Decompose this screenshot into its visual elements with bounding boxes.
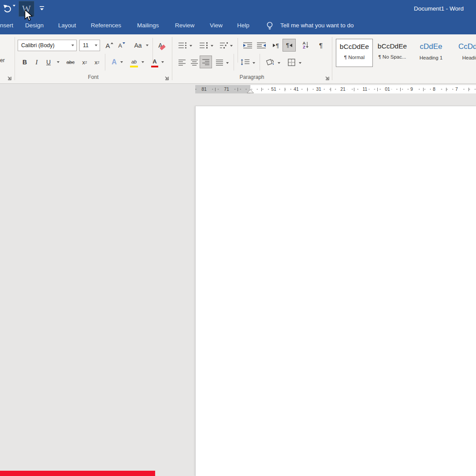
underline-button[interactable]: U (44, 56, 53, 68)
grow-font-glyph: A (105, 42, 110, 49)
ruler-tick (377, 88, 378, 91)
tab-review[interactable]: Review (175, 18, 194, 34)
mouse-cursor (23, 10, 34, 22)
change-case-button[interactable]: Aa (131, 40, 145, 51)
bullets-dropdown-icon[interactable] (188, 40, 193, 52)
tab-mailings[interactable]: Mailings (137, 18, 159, 34)
clipboard-dialog-launcher-icon[interactable] (6, 75, 12, 81)
superscript-button[interactable]: x2 (91, 56, 103, 68)
style-heading1[interactable]: cDdEe Heading 1 (411, 39, 451, 67)
grow-arrow-icon (111, 42, 113, 44)
ruler-number: 9 (409, 86, 414, 92)
style-name: ¶ No Spac... (375, 54, 409, 60)
bold-button[interactable]: B (19, 56, 30, 68)
style-preview: cDdEe (411, 42, 451, 51)
superscript-small-glyph: 2 (97, 60, 99, 64)
shading-button[interactable] (264, 57, 276, 67)
align-left-button[interactable] (177, 57, 187, 67)
font-name-value: Calibri (Body) (21, 42, 55, 48)
ruler-number: 01 (383, 86, 391, 92)
style-normal[interactable]: bCcDdEe ¶ Normal (336, 39, 373, 67)
line-spacing-button[interactable] (239, 57, 251, 67)
italic-glyph: I (36, 59, 38, 66)
pilcrow-glyph: ¶ (319, 41, 323, 49)
text-effects-button[interactable]: A (108, 56, 120, 68)
grow-font-button[interactable]: A (103, 40, 115, 51)
decrease-indent-button[interactable] (242, 40, 253, 51)
tab-view[interactable]: View (210, 18, 223, 34)
highlight-button[interactable]: ab (128, 56, 140, 68)
underline-dropdown-icon[interactable] (56, 56, 61, 68)
change-case-dropdown-icon[interactable] (145, 40, 150, 51)
ltr-text-direction-button[interactable]: ¶ (270, 40, 282, 51)
style-preview: bCcDdEe (336, 43, 372, 51)
font-color-dropdown-icon[interactable] (160, 56, 165, 68)
ltr-arrow-icon (273, 44, 275, 47)
ruler-number: 81 (200, 86, 208, 92)
customize-quick-access-icon[interactable] (39, 6, 45, 11)
font-name-dropdown-icon[interactable] (71, 45, 74, 46)
group-divider (332, 37, 332, 80)
subscript-small-glyph: 2 (85, 60, 87, 64)
window-title: Document1 - Word (414, 0, 464, 18)
document-page[interactable] (195, 106, 476, 476)
font-dialog-launcher-icon[interactable] (164, 75, 170, 81)
rtl-pilcrow-glyph: ¶ (286, 42, 289, 48)
borders-dropdown-icon[interactable] (298, 57, 303, 69)
subscript-button[interactable]: x2 (78, 56, 91, 68)
strikethrough-glyph: abc (67, 60, 75, 65)
align-right-button[interactable] (200, 56, 212, 68)
font-color-button[interactable]: A (149, 56, 160, 68)
show-hide-marks-button[interactable]: ¶ (316, 39, 326, 51)
undo-dropdown-icon[interactable] (13, 7, 15, 15)
highlight-dropdown-icon[interactable] (140, 56, 145, 68)
ruler-tick (400, 88, 401, 91)
rtl-text-direction-button[interactable]: ¶ (283, 39, 296, 52)
underline-glyph: U (46, 59, 51, 66)
style-no-spacing[interactable]: bCcDdEe ¶ No Spac... (375, 39, 409, 67)
video-progress-bar (0, 471, 155, 476)
sort-z-glyph: Z (303, 45, 305, 49)
format-painter-label-fragment[interactable]: er (0, 57, 5, 63)
sort-arrow-icon (305, 41, 309, 48)
font-size-combobox[interactable]: 11 (79, 40, 100, 51)
indent-marker[interactable] (246, 89, 254, 93)
style-heading2[interactable]: CcDdE Headin (453, 39, 476, 67)
align-center-button[interactable] (189, 57, 200, 67)
sort-button[interactable]: A Z (300, 39, 312, 51)
ruler-number: 21 (339, 86, 347, 92)
shading-dropdown-icon[interactable] (276, 57, 282, 69)
line-spacing-dropdown-icon[interactable] (251, 57, 257, 69)
ruler-number: 11 (361, 86, 369, 92)
clear-formatting-button[interactable]: A (155, 40, 168, 51)
increase-indent-button[interactable] (256, 40, 267, 51)
shrink-font-button[interactable]: A (115, 40, 128, 51)
ruler-tick (423, 88, 424, 91)
borders-button[interactable] (286, 57, 297, 67)
shrink-arrow-icon (123, 42, 125, 44)
justify-button[interactable] (214, 57, 225, 67)
strikethrough-button[interactable]: abc (63, 56, 78, 68)
tab-insert[interactable]: nsert (0, 18, 13, 34)
tab-references[interactable]: References (91, 18, 121, 34)
tab-layout[interactable]: Layout (58, 18, 76, 34)
ruler-tick (331, 88, 331, 91)
multilevel-dropdown-icon[interactable] (229, 40, 234, 52)
italic-button[interactable]: I (32, 56, 41, 68)
undo-button[interactable] (2, 4, 13, 14)
tab-help[interactable]: Help (237, 18, 249, 34)
change-case-glyph: Aa (134, 42, 141, 49)
justify-dropdown-icon[interactable] (225, 57, 230, 69)
multilevel-list-button[interactable] (219, 40, 229, 51)
ruler-number: 7 (454, 86, 459, 92)
text-effects-dropdown-icon[interactable] (119, 56, 124, 68)
bullets-button[interactable] (177, 40, 188, 51)
numbering-dropdown-icon[interactable] (209, 40, 215, 52)
numbering-button[interactable] (198, 40, 209, 51)
small-divider (105, 54, 105, 71)
font-name-combobox[interactable]: Calibri (Body) (18, 40, 77, 51)
font-size-dropdown-icon[interactable] (95, 45, 97, 46)
horizontal-ruler[interactable]: 81 71 51 41 31 21 11 01 9 8 7 (195, 85, 476, 93)
tell-me-input[interactable]: Tell me what you want to do (280, 18, 354, 34)
paragraph-dialog-launcher-icon[interactable] (324, 75, 330, 81)
